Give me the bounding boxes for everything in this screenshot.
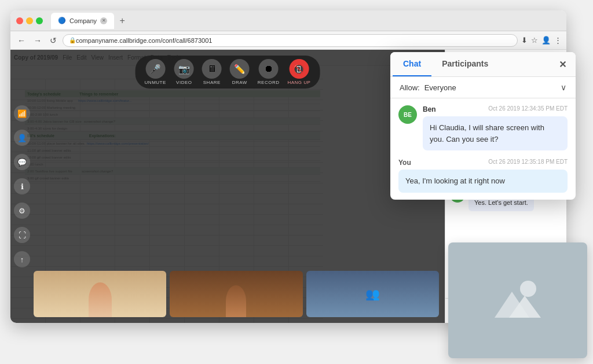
- share-icon: 🖥: [202, 59, 222, 79]
- large-chat-tab[interactable]: Chat: [393, 52, 431, 76]
- image-placeholder: [448, 242, 587, 358]
- conference-sidebar: 📶 👤 💬 ℹ ⚙ ⛶ ↑: [14, 105, 30, 267]
- large-msg-time-ben: Oct 26 2019 12:34:35 PM EDT: [488, 105, 568, 113]
- browser-tab[interactable]: 🔵 Company ✕: [51, 13, 114, 29]
- large-msg-header-you: You Oct 26 2019 12:35:18 PM EDT: [398, 159, 568, 167]
- large-msg-content-ben: Ben Oct 26 2019 12:34:35 PM EDT Hi Claud…: [423, 105, 568, 150]
- large-avatar-ben: BE: [398, 105, 417, 124]
- settings-sidebar-icon[interactable]: ⚙: [14, 203, 30, 219]
- large-chat-close-button[interactable]: ✕: [552, 53, 573, 76]
- video-thumb-3: 👥: [306, 271, 439, 317]
- large-bubble-you: Yea, I'm looking at it right now: [398, 170, 568, 193]
- hangup-button[interactable]: 📵 HANG UP: [287, 59, 310, 85]
- large-participants-tab[interactable]: Participants: [431, 52, 499, 76]
- tab-title: Company: [69, 17, 97, 24]
- hangup-icon: 📵: [289, 59, 309, 79]
- refresh-button[interactable]: ↺: [47, 35, 59, 46]
- large-allow-row: Allow: Everyone ∨: [390, 77, 576, 98]
- conference-toolbar: 🎤 UNMUTE 📷 VIDEO 🖥 SHARE ✏️ DRAW: [136, 56, 320, 89]
- participants-sidebar-icon[interactable]: 👤: [14, 130, 30, 146]
- upload-sidebar-icon[interactable]: ↑: [14, 251, 30, 267]
- unmute-label: UNMUTE: [145, 80, 166, 85]
- draw-icon: ✏️: [230, 59, 250, 79]
- large-chat-tabs: Chat Participants ✕: [390, 52, 576, 77]
- large-message-ben: BE Ben Oct 26 2019 12:34:35 PM EDT Hi Cl…: [398, 105, 568, 150]
- close-button[interactable]: [16, 17, 23, 24]
- video-thumb-1: [34, 271, 166, 317]
- spreadsheet-area: Copy of 2019/09 File Edit View Insert Fo…: [10, 50, 445, 323]
- browser-titlebar: 🔵 Company ✕ +: [10, 10, 566, 31]
- mute-icon: 🎤: [145, 59, 165, 79]
- browser-toolbar: ← → ↺ 🔒 companyname.callbridge.com/conf/…: [10, 31, 566, 50]
- video-conference-overlay: 🎤 UNMUTE 📷 VIDEO 🖥 SHARE ✏️ DRAW: [10, 50, 445, 323]
- large-bubble-ben: Hi Claudia, I will share screen with you…: [423, 116, 568, 150]
- mountains-icon: [489, 277, 547, 323]
- minimize-button[interactable]: [26, 17, 33, 24]
- video-icon: 📷: [174, 59, 194, 79]
- tab-area: 🔵 Company ✕ +: [51, 13, 561, 29]
- share-label: SHARE: [203, 80, 221, 85]
- hangup-label: HANG UP: [287, 80, 310, 85]
- draw-button[interactable]: ✏️ DRAW: [230, 59, 250, 85]
- tab-favicon: 🔵: [58, 17, 66, 24]
- large-chat-messages: BE Ben Oct 26 2019 12:34:35 PM EDT Hi Cl…: [390, 98, 576, 200]
- maximize-button[interactable]: [36, 17, 43, 24]
- video-thumbnails: 👥: [34, 271, 439, 317]
- large-chat-panel: Chat Participants ✕ Allow: Everyone ∨ BE…: [390, 52, 576, 200]
- traffic-lights: [16, 17, 43, 24]
- large-msg-sender-you: You: [398, 159, 411, 167]
- chat-sidebar-icon[interactable]: 💬: [14, 154, 30, 170]
- large-msg-sender-ben: Ben: [423, 105, 436, 113]
- video-button[interactable]: 📷 VIDEO: [174, 59, 194, 85]
- large-allow-value: Everyone: [424, 83, 556, 92]
- large-msg-time-you: Oct 26 2019 12:35:18 PM EDT: [488, 159, 568, 167]
- record-button[interactable]: ⏺ RECORD: [258, 59, 280, 85]
- info-sidebar-icon[interactable]: ℹ: [14, 178, 30, 194]
- draw-label: DRAW: [232, 80, 247, 85]
- video-label: VIDEO: [176, 80, 192, 85]
- address-bar[interactable]: 🔒 companyname.callbridge.com/conf/call/6…: [63, 34, 518, 47]
- placeholder-icon: [489, 277, 547, 323]
- forward-button[interactable]: →: [31, 35, 44, 46]
- video-thumb-2: [170, 271, 302, 317]
- chevron-down-icon[interactable]: ∨: [561, 83, 566, 92]
- extensions-icon: ⬇: [521, 36, 528, 45]
- svg-point-0: [520, 281, 536, 297]
- expand-sidebar-icon[interactable]: ⛶: [14, 227, 30, 243]
- url-text: companyname.callbridge.com/conf/call/687…: [76, 37, 212, 44]
- profile-icon[interactable]: 👤: [541, 36, 551, 45]
- browser-toolbar-icons: ⬇ ☆ 👤 ⋮: [521, 36, 562, 45]
- share-button[interactable]: 🖥 SHARE: [202, 59, 222, 85]
- large-allow-label: Allow:: [400, 83, 420, 92]
- record-icon: ⏺: [259, 59, 279, 79]
- unmute-button[interactable]: 🎤 UNMUTE: [145, 59, 166, 85]
- record-label: RECORD: [258, 80, 280, 85]
- bookmark-icon[interactable]: ☆: [531, 36, 538, 45]
- large-message-you: You Oct 26 2019 12:35:18 PM EDT Yea, I'm…: [398, 159, 568, 193]
- menu-icon[interactable]: ⋮: [554, 36, 562, 45]
- large-msg-header-ben: Ben Oct 26 2019 12:34:35 PM EDT: [423, 105, 568, 113]
- back-button[interactable]: ←: [15, 35, 28, 46]
- tab-close-icon[interactable]: ✕: [100, 17, 107, 24]
- wifi-icon[interactable]: 📶: [14, 105, 30, 122]
- large-msg-content-you: You Oct 26 2019 12:35:18 PM EDT Yea, I'm…: [398, 159, 568, 193]
- new-tab-button[interactable]: +: [116, 15, 128, 27]
